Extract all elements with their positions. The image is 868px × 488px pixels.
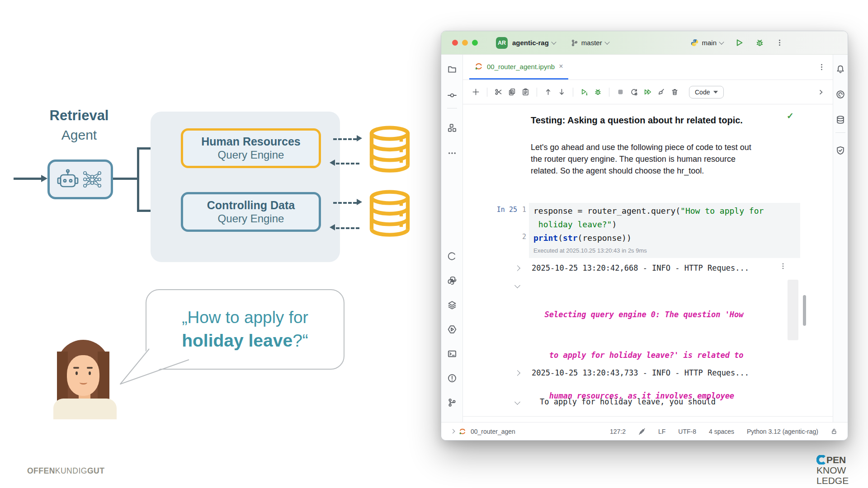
project-avatar-badge[interactable]: AR	[496, 37, 508, 49]
close-window-button[interactable]	[452, 40, 458, 46]
jupyter-icon	[459, 428, 466, 435]
paste-cell-button[interactable]	[522, 88, 529, 96]
encoding-indicator[interactable]: UTF-8	[678, 428, 696, 435]
commit-icon[interactable]	[448, 91, 457, 100]
output-expand-chevron[interactable]	[514, 370, 520, 376]
output-collapse-chevron[interactable]	[514, 399, 520, 405]
offenkundiggut-logo: OFFENKUNDIGGUT	[27, 466, 104, 476]
toolbar-separator	[537, 88, 537, 97]
toolbar-separator	[487, 88, 487, 97]
output-collapse-chevron[interactable]	[514, 282, 520, 288]
avatar-brow	[87, 367, 93, 369]
run-all-cells-button[interactable]	[644, 88, 651, 96]
tab-list-kebab-icon[interactable]	[818, 63, 826, 71]
toolbar-overflow-chevron[interactable]	[817, 89, 825, 96]
hr-query-engine-box: Human Resources Query Engine	[181, 128, 321, 168]
dropdown-arrow-icon	[713, 91, 718, 94]
more-actions-kebab-icon[interactable]	[776, 39, 783, 47]
run-cell-button[interactable]	[580, 88, 588, 96]
interpreter-indicator[interactable]: Python 3.12 (agentic-rag)	[747, 428, 818, 435]
toolbar-separator	[573, 88, 573, 97]
output-log-1: 2025-10-25 13:20:42,668 - INFO - HTTP Re…	[532, 263, 749, 272]
output-answer: To apply for holiday leave, you should	[540, 397, 716, 406]
rail-divider	[447, 108, 457, 108]
caret-position[interactable]: 127:2	[610, 428, 626, 435]
agent-label: Agent	[38, 127, 120, 143]
db-to-hr-arrow	[330, 160, 335, 166]
git-toolwindow-icon[interactable]	[448, 398, 457, 407]
code-line-1-wrap[interactable]: holiday leave?")	[533, 219, 617, 230]
notebook-toolbar: Code	[463, 80, 833, 104]
tab-close-icon[interactable]: ×	[559, 63, 563, 70]
line-separator-indicator[interactable]: LF	[658, 428, 665, 435]
output-log-2: 2025-10-25 13:20:43,733 - INFO - HTTP Re…	[532, 368, 749, 377]
layers-icon[interactable]	[448, 300, 457, 310]
slide: Retrieval Agent	[0, 0, 868, 488]
input-arrow-line	[14, 178, 42, 180]
run-config-selector[interactable]: main	[691, 39, 723, 47]
statusbar-expand-chevron[interactable]	[451, 429, 455, 434]
move-cell-down-button[interactable]	[558, 88, 566, 96]
cut-cell-button[interactable]	[495, 88, 502, 96]
debug-cell-button[interactable]	[594, 88, 602, 96]
avatar-mouth	[80, 380, 87, 385]
stop-kernel-button[interactable]	[617, 88, 624, 96]
delete-cell-button[interactable]	[671, 88, 679, 96]
branch-selector[interactable]: master	[571, 39, 609, 47]
avatar-shirt	[53, 399, 117, 419]
restart-kernel-button[interactable]	[630, 88, 638, 96]
database-toolwindow-icon[interactable]	[836, 115, 845, 124]
tab-notebook[interactable]: 00_router_agent.ipynb ×	[469, 55, 568, 80]
debug-button[interactable]	[755, 38, 764, 47]
run-button[interactable]	[735, 38, 744, 47]
structure-icon[interactable]	[448, 123, 457, 132]
branch-vertical-line	[137, 147, 139, 211]
problems-icon[interactable]	[448, 374, 457, 383]
line-number: 2	[514, 233, 526, 241]
code-line-2[interactable]: print(str(response))	[533, 233, 632, 244]
line-number: 1	[514, 206, 526, 214]
zoom-window-button[interactable]	[472, 40, 478, 46]
notifications-bell-icon[interactable]	[836, 65, 845, 74]
run-config-group: main	[691, 38, 783, 47]
ai-assistant-icon[interactable]	[836, 90, 845, 99]
db-to-ctrl-arrow	[330, 224, 335, 230]
output-expand-chevron[interactable]	[514, 265, 520, 271]
cell-boundary-line	[463, 416, 833, 417]
avatar-brow	[73, 367, 79, 369]
speech-line1: „How to apply for	[182, 308, 308, 327]
cell-type-dropdown[interactable]: Code	[689, 86, 724, 99]
python-packages-icon[interactable]	[448, 276, 457, 285]
markdown-heading: Testing: Asking a question about hr rela…	[531, 115, 743, 126]
terminal-icon[interactable]	[448, 349, 457, 358]
jupyter-toolwindow-icon[interactable]	[448, 252, 457, 261]
code-line-1[interactable]: response = router_agent.query("How to ap…	[533, 206, 764, 216]
project-folder-icon[interactable]	[448, 65, 457, 74]
agent-box	[47, 160, 113, 199]
cell-success-check-icon: ✓	[787, 111, 794, 121]
ctrl-to-db-arrow	[357, 199, 362, 205]
markdown-paragraph: Let's go ahead and use the following pie…	[531, 141, 751, 177]
rail-divider	[835, 132, 845, 133]
services-icon[interactable]	[448, 325, 457, 334]
hr-box-title: Human Resources	[201, 135, 301, 148]
chevron-down-icon	[551, 39, 556, 44]
speech-bubble-tail	[117, 346, 198, 387]
executed-at-label: Executed at 2025.10.25 13:20:43 in 2s 9m…	[533, 247, 647, 254]
clear-outputs-button[interactable]	[657, 88, 665, 96]
lock-icon[interactable]	[831, 428, 838, 435]
add-cell-button[interactable]	[472, 88, 480, 96]
output-kebab-icon[interactable]	[779, 263, 787, 270]
statusbar-filename[interactable]: 00_router_agen	[471, 428, 515, 435]
shield-check-icon[interactable]	[836, 146, 845, 155]
avatar-face	[67, 355, 99, 396]
editor-scrollbar-thumb[interactable]	[803, 295, 806, 326]
move-cell-up-button[interactable]	[544, 88, 552, 96]
readonly-pencil-icon[interactable]	[638, 428, 646, 435]
indent-indicator[interactable]: 4 spaces	[709, 428, 734, 435]
project-selector[interactable]: agentic-rag	[512, 39, 556, 47]
output-scrollbar-track[interactable]	[788, 280, 798, 340]
minimize-window-button[interactable]	[462, 40, 468, 46]
copy-cell-button[interactable]	[508, 88, 516, 96]
more-tool-windows-icon[interactable]	[448, 149, 457, 158]
